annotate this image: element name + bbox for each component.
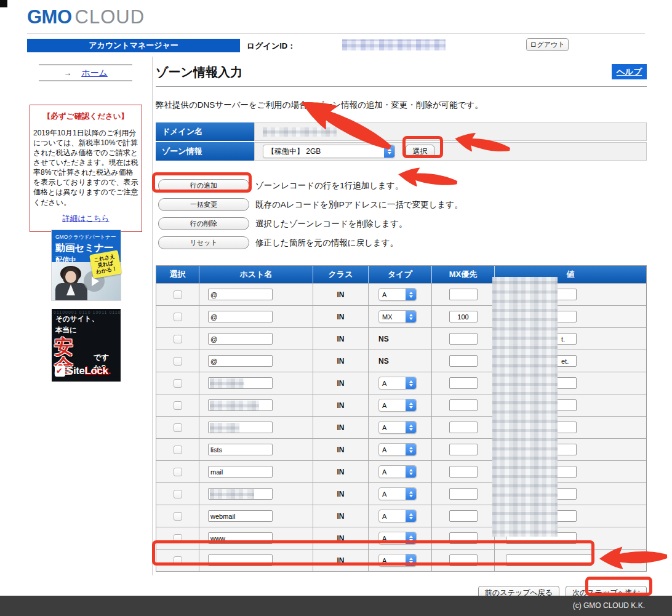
record-class: IN bbox=[337, 423, 345, 432]
record-class: IN bbox=[337, 446, 345, 454]
type-select-dropdown[interactable]: A bbox=[378, 399, 417, 412]
mx-priority-input[interactable] bbox=[449, 488, 478, 500]
notice-detail-link[interactable]: 詳細はこちら bbox=[33, 214, 138, 224]
type-select-value: A bbox=[379, 291, 406, 298]
sitelock-shield-icon: ✔ bbox=[55, 366, 65, 377]
table-row: IN A bbox=[156, 482, 646, 505]
table-row: IN A bbox=[156, 505, 646, 527]
table-row: IN A bbox=[156, 460, 646, 482]
type-select-dropdown[interactable]: A bbox=[378, 510, 417, 522]
help-button[interactable]: ヘルプ bbox=[612, 64, 647, 79]
row-select-checkbox[interactable] bbox=[174, 357, 182, 366]
action-button[interactable]: リセット bbox=[158, 236, 249, 249]
zone-select-button[interactable]: 選択 bbox=[406, 145, 434, 158]
mx-priority-input[interactable] bbox=[449, 289, 478, 300]
mx-priority-input[interactable] bbox=[449, 510, 478, 522]
mx-priority-input[interactable] bbox=[449, 399, 478, 411]
value-input[interactable] bbox=[506, 554, 592, 566]
mx-priority-input[interactable] bbox=[449, 554, 478, 566]
row-select-checkbox[interactable] bbox=[174, 335, 182, 343]
presenter-face bbox=[65, 271, 76, 283]
select-stepper-icon bbox=[406, 488, 416, 500]
copyright-text: (c) GMO CLOUD K.K. bbox=[573, 601, 645, 610]
mx-priority-input[interactable] bbox=[449, 444, 478, 455]
redacted-host bbox=[210, 401, 259, 410]
host-input[interactable] bbox=[208, 333, 273, 345]
mx-priority-input[interactable] bbox=[449, 532, 478, 544]
host-input[interactable] bbox=[208, 355, 273, 367]
select-stepper-icon bbox=[406, 444, 416, 455]
row-select-checkbox[interactable] bbox=[174, 490, 182, 498]
row-select-checkbox[interactable] bbox=[174, 512, 182, 521]
type-select-dropdown[interactable]: A bbox=[378, 421, 417, 434]
type-select-dropdown[interactable]: A bbox=[378, 443, 417, 456]
type-select-dropdown[interactable]: A bbox=[378, 288, 417, 301]
type-select-dropdown[interactable]: A bbox=[378, 532, 417, 545]
host-input[interactable] bbox=[208, 510, 273, 522]
zone-table-body: IN A IN bbox=[156, 283, 646, 571]
record-class: IN bbox=[337, 313, 345, 321]
screenshot-corner-artifact bbox=[0, 0, 7, 7]
action-button[interactable]: 行の追加 bbox=[158, 179, 249, 192]
type-select-dropdown[interactable]: A bbox=[378, 465, 417, 478]
select-stepper-icon bbox=[406, 311, 416, 322]
row-select-checkbox[interactable] bbox=[174, 401, 182, 410]
logout-button[interactable]: ログアウト bbox=[526, 38, 569, 51]
host-input[interactable] bbox=[208, 444, 273, 455]
sitelock-banner[interactable]: 01100001 0110 10011 0110 そのサイト、 本当に 安全 で… bbox=[52, 309, 121, 382]
action-row: 行の追加 ゾーンレコードの行を1行追加します。 bbox=[156, 176, 647, 195]
action-description: 修正した箇所を元の情報に戻します。 bbox=[255, 238, 398, 249]
row-select-checkbox[interactable] bbox=[174, 290, 182, 299]
row-select-checkbox[interactable] bbox=[174, 468, 182, 476]
row-select-checkbox[interactable] bbox=[174, 556, 182, 565]
record-class: IN bbox=[337, 357, 345, 366]
mx-priority-input[interactable] bbox=[449, 333, 478, 345]
record-class: IN bbox=[337, 379, 345, 388]
host-input[interactable] bbox=[208, 466, 273, 478]
type-select-value: A bbox=[379, 513, 406, 520]
row-select-checkbox[interactable] bbox=[174, 313, 182, 321]
column-header: タイプ bbox=[369, 266, 432, 283]
mx-priority-input[interactable] bbox=[449, 355, 478, 367]
tax-notice-box: 【必ずご確認ください】 2019年10月1日以降のご利用分については、新税率10… bbox=[30, 105, 142, 232]
row-select-checkbox[interactable] bbox=[174, 446, 182, 454]
zone-table-header: 選択ホスト名クラスタイプMX優先値 bbox=[156, 266, 646, 283]
page-description: 弊社提供のDNSサーバーをご利用の場合、ゾーン情報の追加・変更・削除が可能です。 bbox=[156, 100, 647, 111]
zone-select-dropdown[interactable]: 【稼働中】 2GB bbox=[263, 145, 395, 158]
header-divider bbox=[27, 33, 645, 34]
home-link[interactable]: ホーム bbox=[81, 68, 108, 79]
select-stepper-icon bbox=[406, 554, 416, 566]
action-button[interactable]: 行の削除 bbox=[158, 217, 249, 230]
sitelock-brand-text: SiteLock. bbox=[66, 365, 111, 377]
action-description: ゾーンレコードの行を1行追加します。 bbox=[255, 180, 403, 191]
table-row: IN NS et. bbox=[156, 350, 646, 372]
action-button[interactable]: 一括変更 bbox=[158, 198, 249, 211]
row-select-checkbox[interactable] bbox=[174, 423, 182, 432]
host-input[interactable] bbox=[208, 311, 273, 322]
type-select-dropdown[interactable]: A bbox=[378, 554, 417, 567]
host-input[interactable] bbox=[208, 554, 273, 566]
select-stepper-icon bbox=[384, 145, 394, 158]
video-seminar-banner[interactable]: GMOクラウドパートナー 動画セミナー 配信中 これさえ 見れば わかる！ bbox=[52, 230, 121, 300]
type-select-dropdown[interactable]: MX bbox=[378, 310, 417, 323]
row-select-checkbox[interactable] bbox=[174, 379, 182, 388]
video-banner-bubble: これさえ 見れば わかる！ bbox=[89, 250, 122, 278]
table-row: IN A bbox=[156, 527, 646, 549]
mx-priority-input[interactable] bbox=[449, 377, 478, 389]
type-select-dropdown[interactable]: A bbox=[378, 377, 417, 390]
host-input[interactable] bbox=[208, 289, 273, 300]
type-select-dropdown[interactable]: A bbox=[378, 487, 417, 500]
mx-priority-input[interactable] bbox=[449, 466, 478, 478]
table-row: IN A bbox=[156, 416, 646, 438]
mx-priority-input[interactable] bbox=[449, 311, 478, 322]
row-select-checkbox[interactable] bbox=[174, 534, 182, 543]
mx-priority-input[interactable] bbox=[449, 422, 478, 433]
action-row: 一括変更 既存のAレコードを別IPアドレスに一括で変更します。 bbox=[156, 195, 647, 214]
column-header: 選択 bbox=[156, 266, 199, 283]
type-select-value: A bbox=[379, 557, 406, 564]
record-class: IN bbox=[337, 512, 345, 521]
select-stepper-icon bbox=[406, 377, 416, 389]
host-input[interactable] bbox=[208, 532, 273, 544]
sitelock-line1: そのサイト、 bbox=[55, 314, 98, 324]
table-row: IN A bbox=[156, 394, 646, 416]
